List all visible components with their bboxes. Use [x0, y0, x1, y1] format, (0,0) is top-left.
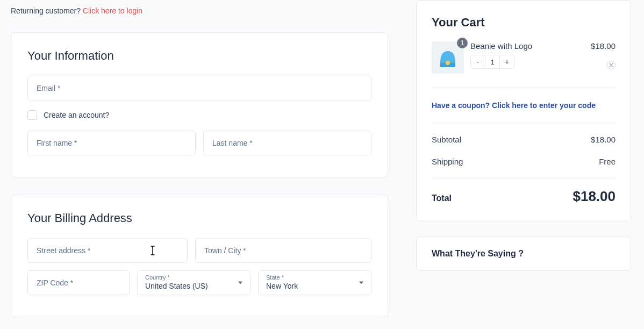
create-account-label: Create an account? — [44, 111, 109, 119]
total-value: $18.00 — [573, 188, 616, 205]
town-city-field[interactable] — [195, 238, 371, 263]
cart-heading: Your Cart — [432, 16, 616, 30]
cart-card: Your Cart 1 Beanie with Logo - + — [416, 0, 631, 221]
cart-item: 1 Beanie with Logo - + $18.00 — [432, 41, 616, 88]
product-thumbnail: 1 — [432, 41, 464, 74]
create-account-checkbox[interactable] — [27, 110, 37, 120]
coupon-row: Have a coupon? Click here to enter your … — [432, 88, 616, 123]
subtotal-label: Subtotal — [432, 135, 461, 144]
quantity-badge: 1 — [457, 38, 468, 48]
chevron-down-icon — [359, 282, 363, 284]
coupon-link[interactable]: Have a coupon? Click here to enter your … — [432, 101, 596, 110]
street-address-field[interactable] — [27, 238, 188, 263]
first-name-field[interactable] — [27, 131, 196, 155]
shipping-row: Shipping Free — [432, 151, 616, 173]
state-value: New York — [266, 282, 363, 290]
returning-customer-prompt: Returning customer? Click here to login — [11, 0, 388, 15]
last-name-field[interactable] — [203, 131, 371, 155]
subtotal-value: $18.00 — [591, 135, 616, 144]
total-row: Total $18.00 — [432, 178, 616, 205]
your-information-heading: Your Information — [27, 49, 371, 63]
quantity-stepper: - + — [470, 55, 514, 69]
total-label: Total — [432, 194, 452, 203]
shipping-label: Shipping — [432, 157, 463, 166]
state-select[interactable]: State * New York — [258, 270, 371, 295]
subtotal-row: Subtotal $18.00 — [432, 128, 616, 151]
testimonials-heading: What They're Saying ? — [432, 249, 616, 259]
login-link[interactable]: Click here to login — [83, 6, 142, 15]
increment-button[interactable]: + — [500, 55, 514, 68]
chevron-down-icon — [238, 282, 242, 284]
quantity-input[interactable] — [485, 55, 500, 68]
country-label: Country * — [145, 274, 242, 281]
zip-code-field[interactable] — [27, 270, 130, 295]
svg-point-1 — [446, 61, 450, 65]
your-information-card: Your Information Create an account? — [11, 32, 388, 177]
shipping-value: Free — [599, 157, 616, 166]
close-icon — [609, 63, 613, 67]
country-value: United States (US) — [145, 282, 242, 290]
billing-heading: Your Billing Address — [27, 211, 371, 225]
product-name: Beanie with Logo — [470, 41, 577, 51]
billing-address-card: Your Billing Address Country * United St… — [11, 195, 388, 317]
decrement-button[interactable]: - — [471, 55, 485, 68]
email-field[interactable] — [27, 76, 371, 101]
returning-text: Returning customer? — [11, 6, 83, 15]
state-label: State * — [266, 274, 363, 281]
testimonials-card: What They're Saying ? — [416, 237, 631, 271]
remove-item-button[interactable] — [607, 61, 616, 69]
beanie-icon — [438, 47, 457, 68]
country-select[interactable]: Country * United States (US) — [137, 270, 251, 295]
